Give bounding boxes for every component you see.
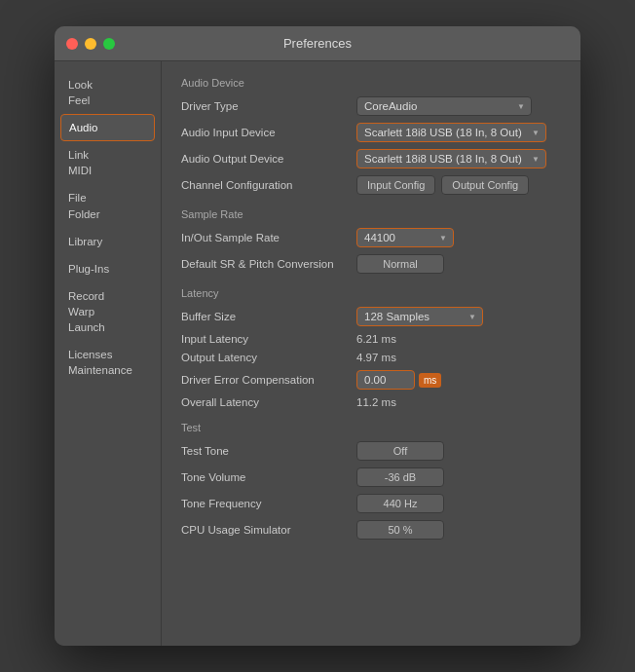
titlebar: Preferences [55, 26, 580, 61]
sidebar-item-library[interactable]: Library [55, 228, 161, 255]
latency-header: Latency [181, 287, 561, 299]
tone-freq-label: Tone Frequency [181, 498, 356, 509]
driver-error-label: Driver Error Compensation [181, 374, 356, 386]
test-tone-label: Test Tone [181, 445, 356, 457]
sample-rate-row: In/Out Sample Rate 44100 [181, 228, 561, 247]
buffer-size-select-wrapper[interactable]: 128 Samples [356, 307, 483, 326]
driver-type-select-wrapper[interactable]: CoreAudio [356, 96, 532, 116]
audio-output-row: Audio Output Device Scarlett 18i8 USB (1… [181, 149, 561, 168]
minimize-button[interactable] [85, 38, 96, 50]
overall-latency-label: Overall Latency [181, 396, 356, 408]
tone-freq-row: Tone Frequency 440 Hz [181, 494, 561, 513]
tone-volume-label: Tone Volume [181, 471, 356, 483]
audio-output-label: Audio Output Device [181, 153, 356, 165]
main-panel: Audio Device Driver Type CoreAudio Audio… [162, 61, 580, 646]
close-button[interactable] [66, 38, 78, 50]
preferences-window: Preferences LookFeel Audio LinkMIDI File… [55, 26, 580, 646]
sample-rate-label: In/Out Sample Rate [181, 232, 356, 243]
audio-device-header: Audio Device [181, 77, 561, 89]
default-sr-value: Normal [356, 254, 444, 274]
tone-freq-value[interactable]: 440 Hz [356, 494, 444, 513]
sample-rate-select[interactable]: 44100 [356, 228, 454, 247]
output-config-button[interactable]: Output Config [441, 175, 529, 195]
window-content: LookFeel Audio LinkMIDI FileFolder Libra… [55, 61, 580, 646]
test-tone-value[interactable]: Off [356, 441, 444, 461]
sample-rate-header: Sample Rate [181, 208, 561, 220]
audio-input-row: Audio Input Device Scarlett 18i8 USB (18… [181, 123, 561, 142]
audio-output-select[interactable]: Scarlett 18i8 USB (18 In, 8 Out) [356, 149, 546, 168]
sidebar-item-link-midi[interactable]: LinkMIDI [55, 141, 161, 184]
audio-output-select-wrapper[interactable]: Scarlett 18i8 USB (18 In, 8 Out) [356, 149, 546, 168]
test-header: Test [181, 422, 561, 433]
input-latency-label: Input Latency [181, 333, 356, 345]
buffer-size-select[interactable]: 128 Samples [356, 307, 483, 326]
driver-type-label: Driver Type [181, 100, 356, 112]
sample-rate-select-wrapper[interactable]: 44100 [356, 228, 454, 247]
sidebar: LookFeel Audio LinkMIDI FileFolder Libra… [55, 61, 162, 646]
default-sr-row: Default SR & Pitch Conversion Normal [181, 254, 561, 274]
tone-volume-row: Tone Volume -36 dB [181, 467, 561, 487]
output-latency-label: Output Latency [181, 352, 356, 363]
overall-latency-row: Overall Latency 11.2 ms [181, 396, 561, 408]
input-latency-row: Input Latency 6.21 ms [181, 333, 561, 345]
cpu-usage-row: CPU Usage Simulator 50 % [181, 520, 561, 540]
audio-input-select-wrapper[interactable]: Scarlett 18i8 USB (18 In, 8 Out) [356, 123, 546, 142]
sidebar-item-licenses[interactable]: LicensesMaintenance [55, 341, 161, 384]
sidebar-item-look[interactable]: LookFeel [55, 71, 161, 114]
traffic-lights [66, 38, 115, 50]
overall-latency-value: 11.2 ms [356, 396, 396, 408]
default-sr-label: Default SR & Pitch Conversion [181, 258, 356, 270]
driver-type-select[interactable]: CoreAudio [356, 96, 532, 116]
driver-error-unit: ms [419, 373, 441, 388]
channel-config-label: Channel Configuration [181, 179, 356, 191]
sidebar-item-record[interactable]: RecordWarpLaunch [55, 282, 161, 341]
audio-input-label: Audio Input Device [181, 127, 356, 138]
buffer-size-label: Buffer Size [181, 311, 356, 322]
output-latency-value: 4.97 ms [356, 352, 396, 363]
test-tone-row: Test Tone Off [181, 441, 561, 461]
driver-error-row: Driver Error Compensation ms [181, 370, 561, 390]
cpu-usage-value[interactable]: 50 % [356, 520, 444, 540]
input-config-button[interactable]: Input Config [356, 175, 435, 195]
audio-input-select[interactable]: Scarlett 18i8 USB (18 In, 8 Out) [356, 123, 546, 142]
sidebar-item-plug-ins[interactable]: Plug-Ins [55, 255, 161, 282]
sidebar-item-audio[interactable]: Audio [60, 114, 155, 141]
cpu-usage-label: CPU Usage Simulator [181, 524, 356, 536]
channel-config-row: Channel Configuration Input Config Outpu… [181, 175, 561, 195]
sidebar-item-file[interactable]: FileFolder [55, 184, 161, 227]
driver-error-input[interactable] [356, 370, 415, 390]
output-latency-row: Output Latency 4.97 ms [181, 352, 561, 363]
tone-volume-value[interactable]: -36 dB [356, 467, 444, 487]
zoom-button[interactable] [103, 38, 115, 50]
input-latency-value: 6.21 ms [356, 333, 396, 345]
buffer-size-row: Buffer Size 128 Samples [181, 307, 561, 326]
window-title: Preferences [283, 36, 352, 51]
driver-type-row: Driver Type CoreAudio [181, 96, 561, 116]
